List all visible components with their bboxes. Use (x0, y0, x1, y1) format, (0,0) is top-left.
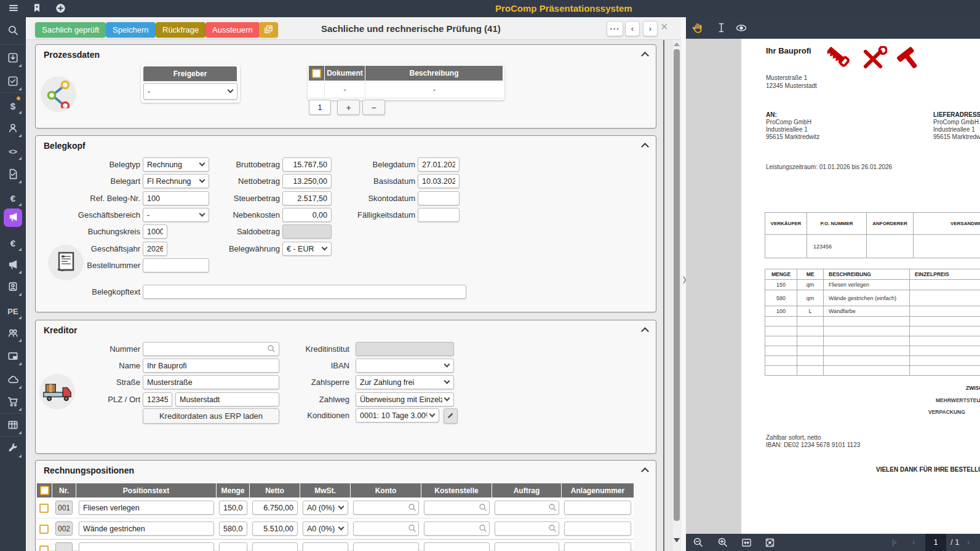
previous-page-button[interactable]: ‹ (912, 534, 915, 551)
iban-select[interactable] (356, 359, 454, 373)
skontodatum-input[interactable] (418, 191, 460, 205)
menge-input[interactable] (219, 521, 247, 536)
popout-button[interactable] (259, 22, 278, 38)
auftrag-input[interactable] (495, 542, 559, 551)
reject-button[interactable]: Aussteuern (205, 22, 260, 38)
konditionen-select[interactable]: 0001: 10 Tage 3.00% (356, 408, 439, 422)
sidebar-item-cart[interactable] (0, 395, 26, 410)
kreditor-plz-input[interactable] (143, 392, 172, 406)
netto-input[interactable] (252, 501, 298, 515)
bookmark-icon[interactable] (32, 3, 42, 15)
anlagenummer-input[interactable] (564, 542, 631, 551)
anlagenummer-input[interactable] (564, 521, 631, 536)
positionstext-input[interactable] (79, 542, 214, 551)
kreditor-strasse-input[interactable] (143, 375, 279, 389)
zoom-out-icon[interactable] (693, 537, 704, 550)
zahlsperre-select[interactable]: Zur Zahlung frei (356, 375, 454, 389)
pan-tool-icon[interactable] (692, 22, 704, 36)
geschaeftsjahr-input[interactable] (143, 242, 167, 256)
bestellnummer-input[interactable] (143, 258, 209, 272)
sidebar-item-team[interactable] (0, 327, 26, 341)
belegwaehrung-select[interactable]: € - EUR (282, 242, 332, 256)
kreditor-nummer-input[interactable] (143, 342, 279, 356)
more-options-button[interactable]: ··· (607, 21, 623, 36)
sidebar-item-search[interactable] (0, 24, 26, 39)
konto-input[interactable] (353, 521, 419, 536)
kostenstelle-input[interactable] (424, 542, 490, 551)
netto-input[interactable] (252, 542, 298, 551)
sidebar-item-inbox[interactable] (0, 52, 26, 66)
scroll-down-arrow[interactable] (674, 538, 680, 542)
sidebar-item-tasks[interactable] (0, 75, 26, 90)
belegtyp-select[interactable]: Rechnung (143, 157, 209, 172)
ref-beleg-nr-input[interactable] (143, 191, 209, 205)
edit-konditionen-button[interactable] (444, 408, 458, 424)
kreditor-ort-input[interactable] (175, 392, 279, 406)
positionstext-input[interactable] (79, 501, 214, 515)
nebenkosten-input[interactable] (282, 208, 332, 222)
row-checkbox[interactable] (39, 545, 49, 551)
pdf-viewer[interactable]: Ihr Bauprofi Musterstraße 1 12345 Muster… (686, 39, 980, 534)
auftrag-input[interactable] (495, 521, 559, 536)
anlagenummer-input[interactable] (564, 501, 631, 515)
save-button[interactable]: Speichern (106, 22, 156, 38)
text-select-tool-icon[interactable] (716, 22, 727, 36)
scrollbar-thumb[interactable] (674, 49, 680, 521)
add-icon[interactable] (55, 3, 66, 16)
mwst-select[interactable]: A0 (0%) (303, 501, 348, 515)
sidebar-item-campaign-2[interactable] (0, 258, 26, 273)
sidebar-item-documents[interactable] (0, 168, 26, 183)
faelligkeitsdatum-input[interactable] (418, 208, 460, 222)
previous-document-button[interactable]: ‹ (625, 21, 640, 36)
menge-input[interactable] (219, 501, 247, 515)
menge-input[interactable] (219, 542, 247, 551)
sidebar-item-code[interactable]: <> (0, 145, 26, 159)
bruttobetrag-input[interactable] (282, 157, 332, 172)
page-number-input[interactable] (309, 100, 331, 115)
sidebar-item-tables[interactable] (0, 419, 26, 434)
mwst-select[interactable]: A0 (0%) (303, 521, 348, 536)
belegdatum-input[interactable] (418, 157, 460, 172)
sidebar-item-euro-1[interactable]: € (0, 191, 26, 205)
kostenstelle-input[interactable] (424, 521, 490, 536)
row-checkbox[interactable] (39, 504, 49, 513)
sidebar-item-media[interactable] (0, 350, 26, 365)
panel-splitter[interactable] (681, 17, 686, 551)
sidebar-item-pe[interactable]: PE (0, 304, 26, 319)
remove-row-button[interactable]: − (362, 100, 385, 115)
auftrag-input[interactable] (495, 501, 559, 515)
belegkopftext-input[interactable] (143, 285, 466, 299)
positionstext-input[interactable] (79, 521, 214, 536)
fit-width-icon[interactable] (741, 537, 752, 550)
first-page-button[interactable]: |‹ (892, 534, 897, 551)
zoom-in-icon[interactable] (717, 537, 728, 550)
konto-input[interactable] (353, 501, 419, 515)
belegart-select[interactable]: FI Rechnung (143, 174, 209, 188)
sidebar-item-euro-2[interactable]: € (0, 236, 26, 250)
close-icon[interactable]: × (661, 20, 668, 34)
steuerbetrag-input[interactable] (282, 191, 332, 205)
zahlweg-select[interactable]: Überweisung mit Einzelzahl (356, 392, 454, 406)
sidebar-item-contacts[interactable] (0, 122, 26, 137)
sidebar-item-id-badge[interactable] (0, 280, 26, 295)
kostenstelle-input[interactable] (424, 501, 490, 515)
konto-input[interactable] (353, 542, 419, 551)
fit-page-icon[interactable] (765, 537, 775, 550)
next-document-button[interactable]: › (643, 21, 658, 36)
view-eye-icon[interactable] (735, 23, 747, 36)
select-all-checkbox[interactable] (312, 69, 321, 78)
freigeber-select[interactable]: - (143, 83, 237, 100)
basisdatum-input[interactable] (418, 174, 460, 188)
approve-button[interactable]: Sachlich geprüft (35, 22, 106, 38)
sidebar-item-settings[interactable] (0, 442, 26, 457)
query-button[interactable]: Rückfrage (156, 22, 205, 38)
add-row-button[interactable]: + (337, 100, 360, 115)
menu-icon[interactable] (9, 3, 18, 15)
sidebar-item-finance[interactable]: $ (0, 98, 26, 113)
buchungskreis-input[interactable] (143, 224, 167, 239)
scroll-up-arrow[interactable] (674, 42, 680, 46)
geschaeftsbereich-select[interactable]: - (143, 208, 209, 222)
mwst-select[interactable] (303, 542, 348, 551)
next-page-button[interactable]: › (967, 534, 970, 551)
row-checkbox[interactable] (39, 525, 49, 534)
